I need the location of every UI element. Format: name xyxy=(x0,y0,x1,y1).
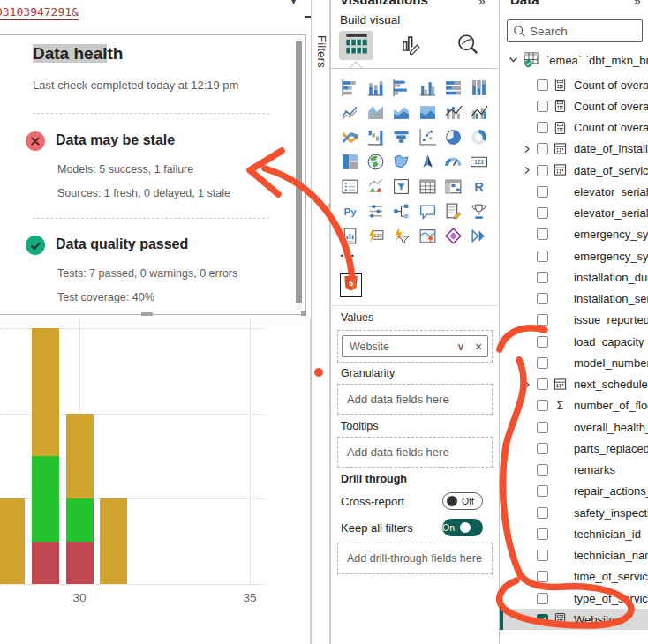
tab-format-visual[interactable] xyxy=(396,32,424,60)
bar-segment-segment-gold[interactable] xyxy=(32,328,59,456)
waterfall-chart-icon[interactable] xyxy=(363,124,388,149)
bar-segment-segment-red[interactable] xyxy=(66,542,94,584)
python-visual-icon[interactable]: Py xyxy=(337,198,363,223)
field-checkbox[interactable] xyxy=(537,443,548,454)
field-row-installation-serv[interactable]: installation_serv. xyxy=(500,288,648,310)
field-checkbox[interactable] xyxy=(537,122,548,133)
field-row-emergency-syst[interactable]: emergency_syst. xyxy=(500,224,648,245)
collapse-pane-icon[interactable]: » xyxy=(634,0,641,8)
r-script-visual-icon[interactable]: R xyxy=(466,174,492,198)
table-icon[interactable] xyxy=(414,174,440,198)
field-checkbox[interactable] xyxy=(537,314,548,326)
chevron-right-icon[interactable] xyxy=(523,141,533,157)
multi-row-card-icon[interactable] xyxy=(337,174,363,198)
field-row-type-of-service[interactable]: type_of_service xyxy=(500,588,648,609)
field-checkbox[interactable] xyxy=(537,507,548,519)
card-scrollbar-thumb[interactable] xyxy=(296,41,302,303)
card-icon[interactable]: 123 xyxy=(466,149,492,174)
drill-through-drop-zone[interactable]: Add drill-through fields here xyxy=(337,543,493,574)
remove-field-icon[interactable]: × xyxy=(470,340,487,354)
arcgis-map-icon[interactable] xyxy=(414,223,440,248)
field-checkbox[interactable] xyxy=(537,485,548,497)
field-checkbox[interactable] xyxy=(537,357,548,369)
field-row-repair-actions-t[interactable]: repair_actions_t. xyxy=(500,481,648,502)
card-resize-handle-bottom[interactable] xyxy=(141,312,153,316)
bar-segment-segment-gold[interactable] xyxy=(66,414,94,499)
field-checkbox[interactable] xyxy=(537,143,548,154)
field-row-elevator-serial[interactable]: elevator_serial_.. xyxy=(500,181,648,202)
html5-visual-selected[interactable]: 5 xyxy=(340,273,362,297)
field-checkbox[interactable] xyxy=(537,593,548,604)
line-and-clustered-column-chart-icon[interactable] xyxy=(466,100,492,124)
field-row-model-number[interactable]: model_number xyxy=(500,352,648,373)
filters-pane-collapsed[interactable]: Filters xyxy=(311,0,330,644)
kpi-icon[interactable] xyxy=(363,174,388,198)
stacked-area-chart-icon[interactable] xyxy=(388,100,414,124)
granularity-drop-zone[interactable]: Add data fields here xyxy=(337,384,493,415)
field-row-count-of-overal[interactable]: Count of overal.. xyxy=(500,117,648,139)
field-row-count-of-overal[interactable]: Count of overal.. xyxy=(500,95,648,116)
ribbon-chart-icon[interactable] xyxy=(337,124,363,149)
100-stacked-area-chart-icon[interactable] xyxy=(414,100,440,124)
bar-segment-segment-green[interactable] xyxy=(32,456,59,542)
search-input[interactable]: Search xyxy=(507,19,643,42)
field-row-remarks[interactable]: remarks xyxy=(500,460,648,481)
power-platform-visual-icon[interactable] xyxy=(466,223,492,248)
field-checkbox[interactable] xyxy=(537,571,548,582)
funnel-chart-icon[interactable] xyxy=(388,124,414,149)
field-checkbox[interactable] xyxy=(537,272,548,283)
more-visuals-button[interactable]: ... xyxy=(340,244,357,259)
100-stacked-column-chart-icon[interactable] xyxy=(466,75,492,100)
field-checkbox[interactable] xyxy=(537,336,548,348)
stacked-column-chart-visual[interactable]: 3035 xyxy=(0,318,311,644)
metrics-icon[interactable] xyxy=(466,198,492,223)
field-row-overall-health-c[interactable]: overall_health_c. xyxy=(500,416,648,438)
chevron-right-icon[interactable] xyxy=(523,377,533,393)
field-row-technician-id[interactable]: technician_id xyxy=(500,523,648,544)
field-checkbox[interactable] xyxy=(537,422,548,433)
bar-segment-segment-gold[interactable] xyxy=(100,498,127,584)
field-checkbox[interactable] xyxy=(537,101,548,112)
donut-chart-icon[interactable] xyxy=(466,124,492,149)
tab-build-visual[interactable] xyxy=(339,31,373,60)
field-row-website[interactable]: Website xyxy=(500,609,648,630)
filters-pane-label[interactable]: Filters xyxy=(315,35,328,68)
field-row-date-of-service[interactable]: date_of_service xyxy=(500,160,648,181)
bar-segment-segment-red[interactable] xyxy=(32,542,59,584)
field-checkbox[interactable] xyxy=(537,614,548,625)
field-row-issue-reported[interactable]: issue_reported xyxy=(500,310,648,331)
field-row-elevator-serial[interactable]: elevator_serial_.. xyxy=(500,203,648,224)
power-automate-visual-icon[interactable] xyxy=(388,223,414,248)
stacked-bar-chart-icon[interactable] xyxy=(337,75,363,100)
treemap-icon[interactable] xyxy=(337,149,363,174)
custom-visual-icon[interactable] xyxy=(441,223,466,248)
field-row-date-of-installa[interactable]: date_of_installa.. xyxy=(500,139,648,160)
values-field-pill[interactable]: Website ∨ × xyxy=(342,335,488,357)
field-checkbox[interactable] xyxy=(537,165,548,176)
line-chart-icon[interactable] xyxy=(337,100,363,124)
slicer-icon[interactable] xyxy=(388,174,414,198)
field-checkbox[interactable] xyxy=(537,207,548,219)
map-icon[interactable] xyxy=(363,149,388,174)
chevron-down-icon[interactable] xyxy=(509,52,519,68)
field-row-next-scheduled[interactable]: next_scheduled.. xyxy=(500,374,648,395)
field-row-time-of-service[interactable]: time_of_service xyxy=(500,566,648,588)
field-checkbox[interactable] xyxy=(537,528,548,540)
stacked-column-chart-icon[interactable] xyxy=(363,75,388,100)
values-drop-zone[interactable]: Website ∨ × xyxy=(337,330,493,363)
chevron-down-icon[interactable]: ∨ xyxy=(452,341,470,353)
clustered-bar-chart-icon[interactable] xyxy=(388,75,414,100)
line-and-stacked-column-chart-icon[interactable] xyxy=(441,100,466,124)
azure-map-icon[interactable] xyxy=(414,149,440,174)
chevron-down-icon[interactable]: ▾ xyxy=(291,0,296,6)
table-node-row[interactable]: `emea` `dbt_mkn_bron.. xyxy=(500,49,648,71)
field-checkbox[interactable] xyxy=(537,228,548,240)
tab-analytics[interactable] xyxy=(454,32,482,60)
field-checkbox[interactable] xyxy=(537,400,548,411)
matrix-icon[interactable] xyxy=(441,174,466,198)
chevron-right-icon[interactable] xyxy=(523,162,533,178)
tooltips-drop-zone[interactable]: Add data fields here xyxy=(337,437,493,468)
field-row-installation-dur[interactable]: installation_dur.. xyxy=(500,266,648,288)
field-checkbox[interactable] xyxy=(537,464,548,476)
smart-narrative-icon[interactable] xyxy=(441,198,466,223)
